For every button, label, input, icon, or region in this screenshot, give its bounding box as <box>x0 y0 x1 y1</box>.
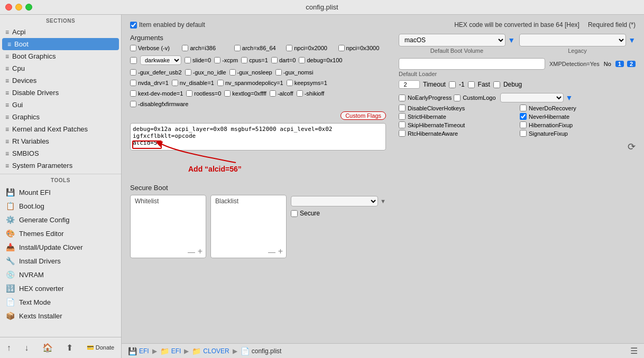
xmp-label: XMPDetection=Yes <box>549 61 600 67</box>
sidebar-item-acpi[interactable]: ≡ Acpi <box>0 26 121 38</box>
minimize-button[interactable] <box>15 4 22 11</box>
darkwake-checkbox[interactable] <box>130 57 137 64</box>
sidebar-item-boot[interactable]: ≡ Boot <box>2 38 119 50</box>
blacklist-remove-button[interactable]: — <box>268 248 275 256</box>
debug-label: Debug <box>503 81 522 88</box>
sidebar-item-system-parameters[interactable]: ≡ System Parameters <box>0 159 121 172</box>
sidebar-item-mount-efi[interactable]: 💾 Mount EFI <box>0 185 121 199</box>
arg-nvda-checkbox[interactable] <box>130 80 136 86</box>
default-loader-input[interactable] <box>399 58 545 70</box>
sidebar-item-install-drivers[interactable]: 🔧 Install Drivers <box>0 254 121 268</box>
sidebar-item-themes-editor[interactable]: 🎨 Themes Editor <box>0 227 121 240</box>
sidebar-item-boot-log[interactable]: 📋 Boot.log <box>0 199 121 213</box>
custom-logo-select[interactable] <box>500 93 564 102</box>
arg-gux-sleep-checkbox[interactable] <box>229 69 236 76</box>
refresh-icon[interactable]: ⟳ <box>628 142 636 152</box>
arg-arch-i386-checkbox[interactable] <box>182 45 188 51</box>
blacklist-col: Blacklist — + <box>210 195 287 258</box>
arg-gux-usb2-checkbox[interactable] <box>130 69 136 76</box>
minus1-checkbox[interactable] <box>449 81 456 88</box>
arg-gux-idle-checkbox[interactable] <box>185 69 191 76</box>
whitelist-remove-button[interactable]: — <box>188 248 195 256</box>
sidebar-item-text-mode[interactable]: 📄 Text Mode <box>0 295 121 309</box>
arg-kextlog-checkbox[interactable] <box>224 90 231 97</box>
whitelist-add-button[interactable]: + <box>198 247 203 256</box>
minus1-label: -1 <box>459 81 465 88</box>
sidebar-item-rt-variables[interactable]: ≡ Rt Variables <box>0 135 121 147</box>
signature-fixup-checkbox[interactable] <box>520 130 527 137</box>
skip-hibernate-timeout-checkbox[interactable] <box>399 121 406 128</box>
wrench-icon: 🔧 <box>5 256 15 266</box>
timeout-input[interactable] <box>399 80 420 89</box>
arg-gux-nomsi-checkbox[interactable] <box>275 69 282 76</box>
sidebar-bottom-icon-1[interactable]: ↑ <box>5 341 13 355</box>
sidebar-item-boot-graphics[interactable]: ≡ Boot Graphics <box>0 50 121 62</box>
custom-logo-checkbox[interactable] <box>454 95 461 101</box>
rtc-hibernate-checkbox[interactable] <box>399 130 406 137</box>
refresh-icon-row: ⟳ <box>399 141 636 153</box>
arg-rootless-checkbox[interactable] <box>186 90 192 97</box>
sidebar-item-disable-drivers[interactable]: ≡ Disable Drivers <box>0 87 121 99</box>
boot-volume-dropdown-icon[interactable]: ▼ <box>508 36 515 44</box>
menu-icon[interactable]: ☰ <box>630 346 638 356</box>
arg-shikioff-checkbox[interactable] <box>297 90 303 97</box>
arg-disablegfx-checkbox[interactable] <box>130 101 136 107</box>
sidebar-item-gui[interactable]: ≡ Gui <box>0 99 121 111</box>
paypal-donate-button[interactable]: 💳 Donate <box>85 342 117 353</box>
arg-verbose-checkbox[interactable] <box>130 45 136 51</box>
arg-kext-dev-checkbox[interactable] <box>130 90 136 97</box>
sidebar-item-generate-config[interactable]: ⚙️ Generate Config <box>0 213 121 227</box>
sidebar-item-cpu[interactable]: ≡ Cpu <box>0 62 121 74</box>
sidebar-bottom-icon-4[interactable]: ⬆ <box>64 341 75 355</box>
sidebar-item-install-clover[interactable]: 📥 Install/Update Clover <box>0 240 121 254</box>
opt-strict-hibernate: StrictHibernate <box>399 113 514 120</box>
sidebar-item-devices[interactable]: ≡ Devices <box>0 74 121 87</box>
secure-checkbox[interactable] <box>291 210 298 217</box>
arg-dart-checkbox[interactable] <box>271 57 278 63</box>
sidebar-item-hex-converter[interactable]: 🔢 HEX converter <box>0 281 121 295</box>
arg-debug-checkbox[interactable] <box>299 57 305 63</box>
sidebar-item-kexts-installer[interactable]: 📦 Kexts Installer <box>0 309 121 323</box>
sidebar-bottom-icon-2[interactable]: ↓ <box>22 341 31 355</box>
sidebar-item-smbios[interactable]: ≡ SMBIOS <box>0 147 121 159</box>
legacy-dropdown-icon[interactable]: ▼ <box>628 36 636 44</box>
window-controls[interactable] <box>5 4 32 11</box>
secure-select[interactable] <box>291 196 378 206</box>
fast-checkbox[interactable] <box>468 81 475 88</box>
opt-disable-clover-hotkeys: DisableCloverHotkeys <box>399 105 514 111</box>
disable-clover-hotkeys-checkbox[interactable] <box>399 105 406 111</box>
arg-npci-3000-checkbox[interactable] <box>338 45 345 51</box>
arg-keepsyms-checkbox[interactable] <box>287 80 293 86</box>
sidebar-item-nvram[interactable]: 💿 NVRAM <box>0 268 121 281</box>
arg-nv-span-checkbox[interactable] <box>217 80 224 86</box>
arg-cpus-checkbox[interactable] <box>241 57 247 63</box>
custom-logo-dropdown-icon[interactable]: ▼ <box>566 93 573 102</box>
no-early-progress-label: NoEarlyProgress <box>408 95 452 101</box>
arg-alcoff-checkbox[interactable] <box>270 90 276 97</box>
sidebar-bottom-icon-3[interactable]: 🏠 <box>40 341 55 355</box>
arg-arch-x86-checkbox[interactable] <box>234 45 241 51</box>
legacy-select[interactable] <box>519 34 626 46</box>
maximize-button[interactable] <box>25 4 32 11</box>
arg-npci-2000-checkbox[interactable] <box>286 45 292 51</box>
no-early-progress-checkbox[interactable] <box>399 95 406 101</box>
arg-gux-nomsi-label: -gux_nomsi <box>283 69 314 76</box>
arg-nv-disable-checkbox[interactable] <box>172 80 178 86</box>
darkwake-select[interactable]: darkwake <box>140 55 181 65</box>
arg-slide-checkbox[interactable] <box>185 57 191 63</box>
never-hibernate-checkbox[interactable] <box>520 113 527 120</box>
boot-volume-select[interactable]: macOS <box>399 34 505 46</box>
sidebar-item-kernel-kext[interactable]: ≡ Kernel and Kext Patches <box>0 123 121 135</box>
secure-select-row: ▼ <box>291 196 386 206</box>
strict-hibernate-checkbox[interactable] <box>399 113 406 120</box>
close-button[interactable] <box>5 4 12 11</box>
blacklist-add-button[interactable]: + <box>278 247 283 256</box>
custom-flags-textarea[interactable]: debug=0x12a acpi_layer=0x08 msgbuf=51200… <box>130 123 386 150</box>
item-enabled-checkbox[interactable] <box>130 22 137 29</box>
debug-checkbox[interactable] <box>493 81 500 88</box>
arg-xcpm-checkbox[interactable] <box>214 57 220 63</box>
never-do-recovery-checkbox[interactable] <box>520 105 527 111</box>
hibernation-fixup-checkbox[interactable] <box>520 121 527 128</box>
sidebar-item-graphics[interactable]: ≡ Graphics <box>0 111 121 123</box>
options-grid: DisableCloverHotkeys NeverDoRecovery Str… <box>399 105 636 137</box>
